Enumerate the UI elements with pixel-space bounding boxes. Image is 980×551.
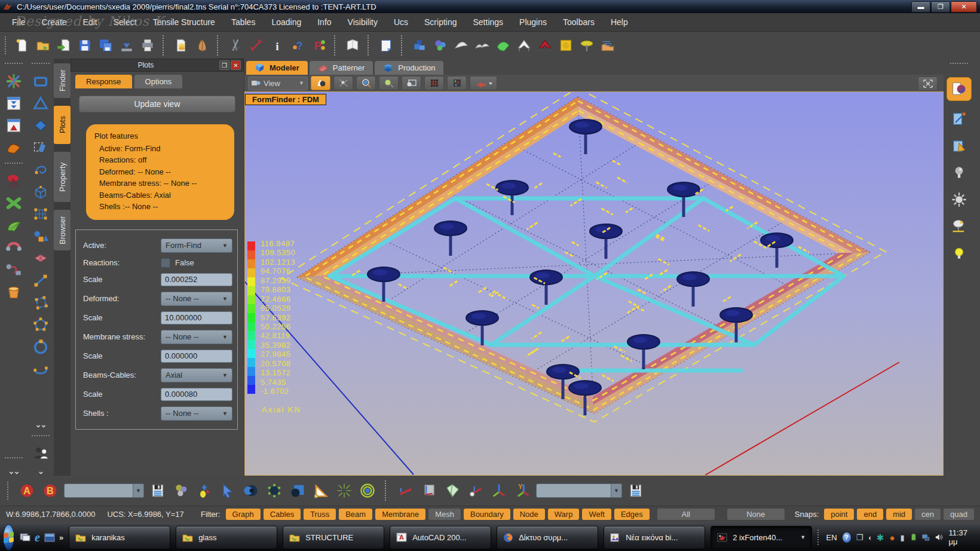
expand-chevron[interactable]: ⌄ (38, 467, 43, 476)
structure-canvas[interactable] (245, 92, 943, 475)
manual-button[interactable] (343, 35, 362, 56)
menu-toolbars[interactable]: Toolbars (563, 17, 595, 27)
view-preset-combo[interactable]: ▼ (64, 483, 144, 498)
menu-create[interactable]: Create (42, 17, 67, 27)
tray-app-gray-icon[interactable]: ▮ (900, 534, 904, 541)
reactions-checkbox[interactable] (161, 258, 170, 268)
tab-response[interactable]: Response (75, 75, 132, 88)
deformed-dropdown[interactable]: -- None --▼ (161, 292, 232, 306)
toolbar-grip[interactable] (32, 63, 50, 66)
toolbar-grip[interactable] (5, 457, 23, 461)
internet-explorer-icon[interactable]: e (35, 531, 40, 544)
pointer-button[interactable] (218, 480, 237, 501)
label-a-button[interactable]: A (17, 480, 36, 501)
tent-red-button[interactable] (535, 35, 555, 56)
dimension-button[interactable] (247, 35, 266, 56)
shapes-group-button[interactable] (172, 480, 191, 501)
diamond-tool[interactable] (32, 117, 50, 134)
ucs-combo[interactable]: ▼ (536, 483, 622, 498)
filter-node[interactable]: Node (513, 509, 545, 520)
export-model-button[interactable] (117, 35, 136, 56)
filter-truss[interactable]: Truss (304, 509, 336, 520)
help-button[interactable]: ? (289, 35, 308, 56)
taskbar-item-structure[interactable]: STRUCTURE (283, 526, 384, 549)
filter-boundary[interactable]: Boundary (464, 509, 510, 520)
ellipse-tool[interactable] (32, 360, 50, 378)
rename-ab-tool[interactable] (5, 261, 23, 278)
mesh-nodes-button[interactable] (265, 480, 284, 501)
snap-mid[interactable]: mid (886, 509, 912, 520)
toolbar-grip[interactable] (7, 482, 11, 500)
clock[interactable]: 11:37 μμ (948, 528, 973, 546)
taskbar-item-firefox[interactable]: Δίκτυο συρμ... (497, 526, 598, 549)
tab-production[interactable]: Production (375, 61, 443, 75)
menu-info[interactable]: Info (317, 17, 331, 27)
select-nodes-button[interactable] (333, 76, 353, 90)
filter-mesh[interactable]: Mesh (428, 509, 461, 520)
menu-tensile-structure[interactable]: Tensile Structure (153, 17, 215, 27)
filter-graph[interactable]: Graph (226, 509, 261, 520)
menu-visibility[interactable]: Visibility (348, 17, 378, 27)
triangle-tool[interactable] (32, 94, 50, 112)
taskbar-item-karanikas[interactable]: karanikas (69, 526, 170, 549)
taskbar-item-ixforten[interactable]: 2 ixForten40... ▼ (710, 526, 812, 549)
window-arrange-icon[interactable]: ❐ (856, 534, 863, 541)
bucket-tool[interactable] (5, 283, 23, 301)
mesh-gen-button[interactable] (241, 480, 261, 501)
model-cluster-button[interactable] (431, 35, 450, 56)
bulb-button[interactable] (950, 244, 969, 262)
network-icon[interactable] (922, 534, 930, 541)
spline-tool[interactable] (32, 161, 50, 179)
people-tool[interactable] (32, 445, 50, 463)
menu-edit[interactable]: Edit (83, 17, 97, 27)
tray-app-orange-icon[interactable]: ● (889, 533, 895, 542)
zoom-window-button[interactable] (356, 76, 376, 90)
radial-array-button[interactable] (335, 480, 354, 501)
help-tray-icon[interactable]: ? (843, 532, 851, 543)
update-view-button[interactable]: Update view (79, 96, 235, 112)
starburst-tool[interactable] (5, 72, 23, 90)
restore-button[interactable]: ❐ (931, 1, 950, 13)
measure-triangle-button[interactable] (311, 480, 330, 501)
snap-end[interactable]: end (857, 509, 883, 520)
polygon-tool[interactable] (32, 316, 50, 333)
light-panel-button[interactable] (950, 137, 969, 155)
speaker-icon[interactable] (935, 533, 943, 541)
filter-edges[interactable]: Edges (614, 509, 650, 520)
menu-help[interactable]: Help (611, 17, 628, 27)
battery-icon[interactable] (910, 533, 917, 541)
filter-warp[interactable]: Warp (548, 509, 580, 520)
quad-tool[interactable] (32, 293, 50, 311)
save-ucs-button[interactable] (626, 480, 645, 501)
save-file-button[interactable] (75, 35, 94, 56)
tab-browser[interactable]: Browser (54, 210, 71, 250)
workplane-button[interactable] (419, 480, 439, 501)
import-window-tool[interactable] (5, 94, 23, 112)
sail-button[interactable] (452, 35, 471, 56)
export-window-tool[interactable] (5, 117, 23, 134)
render-button[interactable] (947, 77, 972, 101)
filter-beam[interactable]: Beam (339, 509, 372, 520)
blocks-button[interactable] (410, 35, 429, 56)
info-button[interactable]: i (268, 35, 287, 56)
import-file-button[interactable] (54, 35, 74, 56)
tab-property[interactable]: Property (54, 152, 71, 202)
minimize-button[interactable]: ▬ (911, 1, 930, 13)
snap-cen[interactable]: cen (915, 509, 941, 520)
active-dropdown[interactable]: Form-Find▼ (161, 238, 232, 253)
zoom-button[interactable] (379, 76, 399, 90)
tab-modeler[interactable]: Modeler (246, 61, 308, 75)
arc-tool[interactable] (5, 238, 23, 256)
menu-loading[interactable]: Loading (271, 17, 301, 27)
primitives-tool[interactable] (32, 227, 50, 245)
toolbar-grip[interactable] (5, 36, 8, 54)
membrane-shell-tool[interactable] (5, 139, 23, 157)
box-frame-tool[interactable] (32, 183, 50, 201)
window-icon[interactable] (44, 533, 55, 542)
expand-chevron[interactable]: ⌄⌄ (35, 420, 46, 429)
material-button[interactable] (192, 35, 212, 56)
menu-file[interactable]: File (12, 17, 26, 27)
snap-point[interactable]: point (824, 509, 854, 520)
axis-tool-button[interactable] (396, 480, 415, 501)
print-button[interactable] (138, 35, 157, 56)
